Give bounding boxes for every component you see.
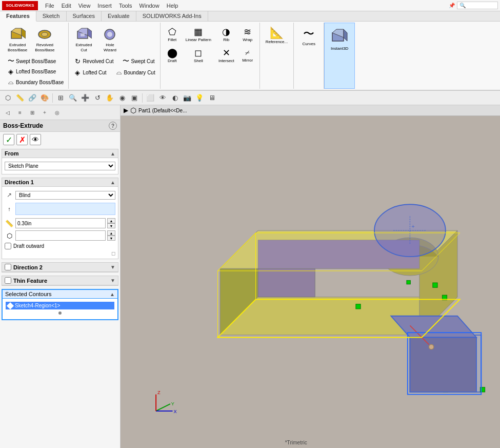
lights-icon[interactable]: 💡 (194, 92, 205, 104)
lofted-cut-button[interactable]: ◈ Lofted Cut (71, 67, 108, 77)
confirm-ok-button[interactable]: ✓ (3, 134, 14, 145)
swept-cut-button[interactable]: 〜 Swept Cut (119, 55, 156, 67)
extrude-top-buttons: ExtrudedBoss/Base RevolvedBoss/Base (5, 24, 66, 54)
boundary-boss-base-button[interactable]: ⌓ Boundary Boss/Base (5, 77, 66, 87)
instant3d-button[interactable]: Instant3D (327, 25, 352, 53)
extruded-boss-base-button[interactable]: ExtrudedBoss/Base (5, 24, 30, 54)
preview-button[interactable]: 👁 (30, 134, 41, 145)
view-temp-icon[interactable]: 👁 (157, 92, 168, 104)
selected-contours-header[interactable]: Selected Contours ▲ (3, 290, 117, 299)
boss-small-buttons: 〜 Swept Boss/Base (5, 55, 66, 67)
mirror-button[interactable]: ⌿ Mirror (238, 45, 257, 65)
tree-expand-icon[interactable]: ▶ (124, 107, 128, 114)
zoom-fit-icon[interactable]: ⊞ (55, 92, 66, 104)
thin-feature-header[interactable]: Thin Feature ▼ (2, 276, 118, 285)
resize-handle[interactable]: ◻ (111, 250, 115, 256)
extruded-cut-button[interactable]: ExtrudedCut (71, 24, 96, 54)
tab-addins[interactable]: SOLIDWORKS Add-Ins (136, 11, 208, 21)
wrap-button[interactable]: ≋ Wrap (238, 24, 257, 44)
panel-grid-icon[interactable]: ⊞ (27, 107, 38, 118)
intersect-button[interactable]: ✕ Intersect (215, 45, 237, 65)
ribbon-section-curves: 〜 Curves (294, 23, 324, 89)
direction1-section-header[interactable]: Direction 1 ▲ (2, 178, 118, 187)
hide-show-icon[interactable]: ◐ (169, 92, 181, 104)
menu-edit[interactable]: Edit (58, 2, 74, 10)
pan-icon[interactable]: ✋ (104, 92, 115, 104)
relations-icon[interactable]: 🔗 (27, 92, 38, 104)
from-select[interactable]: Sketch PlaneSurface/Face/PlaneVertexOffs… (5, 162, 115, 170)
thin-feature-section: Thin Feature ▼ (2, 276, 118, 286)
hole-wizard-button[interactable]: HoleWizard (97, 24, 122, 54)
tab-evaluate[interactable]: Evaluate (102, 11, 136, 21)
distance-input[interactable] (15, 218, 106, 228)
menu-file[interactable]: File (42, 2, 57, 10)
contour-dot (58, 311, 62, 315)
shell-button[interactable]: ◻ Shell (183, 45, 214, 65)
from-section-header[interactable]: From ▲ (2, 149, 118, 158)
contour-item[interactable]: Sketch4-Region<1> (6, 302, 114, 309)
pin-icon: 📌 (449, 3, 455, 8)
camera-icon[interactable]: 📷 (182, 92, 193, 104)
view-orient-icon[interactable]: ◉ (116, 92, 128, 104)
direction2-checkbox[interactable] (5, 264, 11, 270)
color-icon[interactable]: 🎨 (39, 92, 50, 104)
monitor-icon[interactable]: 🖥 (206, 92, 217, 104)
viewport[interactable]: ▶ ⬡ Part1 (Default<<De... (121, 105, 500, 448)
3d-scene[interactable]: + (121, 116, 500, 448)
fillet-icon: ⬠ (168, 26, 176, 37)
tab-sketch[interactable]: Sketch (36, 11, 67, 21)
smart-dim-icon[interactable]: 📏 (14, 92, 26, 104)
svg-rect-38 (407, 281, 410, 284)
rib-button[interactable]: ◑ Rib (215, 24, 237, 44)
ribbon-tabs: Features Sketch Surfaces Evaluate SOLIDW… (0, 11, 500, 22)
display-style-icon[interactable]: ▣ (129, 92, 140, 104)
distance-spin-down[interactable]: ▼ (107, 223, 115, 228)
section-view-icon[interactable]: ⬜ (145, 92, 156, 104)
extra-spin-down[interactable]: ▼ (107, 236, 115, 241)
panel-arrow-icon[interactable]: ◁ (2, 107, 13, 118)
lofted-boss-base-button[interactable]: ◈ Lofted Boss/Base (5, 67, 66, 76)
menu-tools[interactable]: Tools (116, 2, 135, 10)
direction2-header[interactable]: Direction 2 ▼ (2, 263, 118, 272)
ribbon-main: ExtrudedBoss/Base RevolvedBoss/Base 〜 Sw… (2, 23, 355, 89)
menu-view[interactable]: View (75, 2, 94, 10)
confirm-cancel-button[interactable]: ✗ (16, 134, 28, 145)
swept-cut-label: Swept Cut (131, 59, 154, 64)
thin-feature-checkbox[interactable] (5, 277, 11, 284)
linear-pattern-button[interactable]: ▦ Linear Pattern (183, 24, 214, 44)
menu-insert[interactable]: Insert (94, 2, 115, 10)
svg-point-4 (42, 32, 48, 36)
revolved-boss-base-button[interactable]: RevolvedBoss/Base (32, 24, 57, 54)
curves-button[interactable]: 〜 Curves (296, 24, 321, 48)
direction1-extra-input[interactable] (15, 230, 106, 241)
tab-features[interactable]: Features (0, 11, 36, 22)
panel-plus-icon[interactable]: ＋ (39, 107, 50, 118)
menu-window[interactable]: Window (136, 2, 163, 10)
tab-surfaces[interactable]: Surfaces (67, 11, 102, 21)
draft-outward-checkbox[interactable] (5, 243, 11, 249)
menu-help[interactable]: Help (164, 2, 182, 10)
draft-button[interactable]: ⬤ Draft (163, 45, 182, 65)
svg-text:+: + (411, 224, 414, 230)
extrude-boss-icon (9, 26, 26, 43)
swept-boss-base-button[interactable]: 〜 Swept Boss/Base (5, 55, 58, 67)
distance-spin-up[interactable]: ▲ (107, 218, 115, 223)
zoom-area-icon[interactable]: 🔍 (67, 92, 78, 104)
contour-diamond-icon (7, 302, 14, 309)
search-input[interactable]: 🔍 (457, 2, 498, 9)
direction1-type-select[interactable]: BlindThrough AllThrough All-BothUp To Ne… (15, 191, 115, 200)
reference-button[interactable]: 📐 Reference... (263, 24, 291, 46)
select-icon[interactable]: ⬡ (2, 92, 13, 104)
rotate-icon[interactable]: ↺ (92, 92, 103, 104)
revolved-cut-button[interactable]: ↻ Revolved Cut (71, 55, 115, 67)
panel-help-button[interactable]: ? (109, 122, 117, 130)
panel-circle-icon[interactable]: ◎ (51, 107, 63, 118)
fillet-button[interactable]: ⬠ Fillet (163, 24, 182, 44)
zoom-in-icon[interactable]: ➕ (79, 92, 91, 104)
mirror-icon: ⌿ (245, 47, 250, 58)
direction1-sketch-field[interactable] (15, 203, 115, 215)
boundary-cut-button[interactable]: ⌓ Boundary Cut (113, 67, 157, 77)
extra-spin-up[interactable]: ▲ (107, 230, 115, 236)
panel-list-icon[interactable]: ≡ (14, 107, 26, 118)
from-section-content: Sketch PlaneSurface/Face/PlaneVertexOffs… (2, 158, 118, 174)
